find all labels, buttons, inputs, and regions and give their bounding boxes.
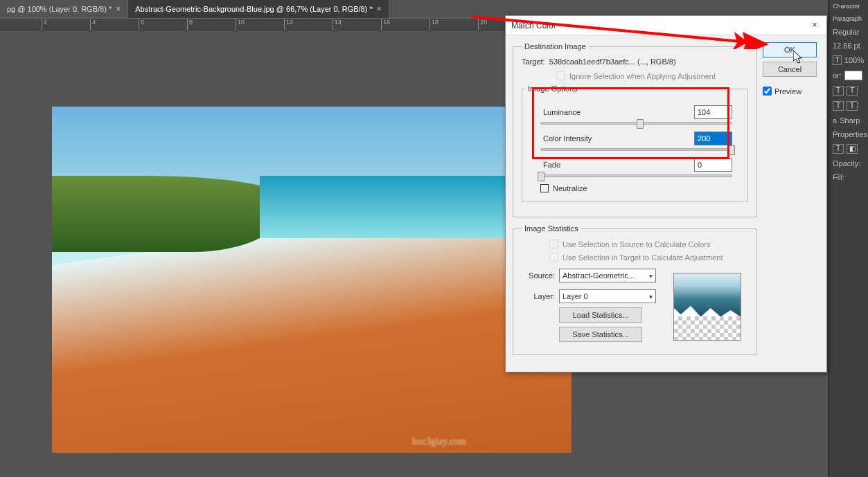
ruler-tick: 8 xyxy=(187,19,193,30)
destination-image-group: Destination Image Target: 538dcaab1eedf7… xyxy=(513,42,757,217)
load-statistics-button[interactable]: Load Statistics... xyxy=(559,307,642,323)
match-color-dialog: Match Color × Destination Image Target: … xyxy=(505,15,827,372)
aa-mode[interactable]: Sharp xyxy=(840,116,860,125)
dialog-titlebar[interactable]: Match Color × xyxy=(506,16,826,35)
faux-bold-icon[interactable]: T xyxy=(833,86,844,96)
layer-label: Layer: xyxy=(522,292,555,300)
scale-pct[interactable]: 100% xyxy=(844,56,864,64)
close-icon[interactable]: × xyxy=(377,4,382,14)
luminance-input[interactable] xyxy=(694,105,732,119)
panel-properties[interactable]: Properties xyxy=(833,130,867,138)
use-source-selection-checkbox xyxy=(549,240,558,249)
preview-label: Preview xyxy=(774,87,801,96)
document-tab-2[interactable]: Abstract-Geometric-Background-Blue.jpg @… xyxy=(128,0,389,18)
font-style[interactable]: Regular xyxy=(833,28,860,36)
ruler-tick: 16 xyxy=(381,19,390,30)
type-icon: T xyxy=(833,55,842,65)
fade-input[interactable] xyxy=(694,158,732,172)
use-target-selection-checkbox xyxy=(549,253,558,262)
color-label: or: xyxy=(833,71,842,80)
ruler-tick: 14 xyxy=(333,19,342,30)
allcaps-icon[interactable]: T xyxy=(833,101,844,111)
text-color-swatch[interactable] xyxy=(844,71,862,80)
statistics-legend: Image Statistics xyxy=(522,224,581,233)
ignore-selection-checkbox xyxy=(556,71,565,80)
color-intensity-label: Color Intensity xyxy=(540,134,694,143)
color-intensity-input[interactable] xyxy=(694,132,732,145)
luminance-label: Luminance xyxy=(540,108,694,116)
neutralize-label: Neutralize xyxy=(553,184,587,192)
faux-italic-icon[interactable]: T xyxy=(847,86,858,96)
neutralize-checkbox[interactable] xyxy=(540,184,549,192)
font-size[interactable]: 12.66 pt xyxy=(833,42,860,50)
source-thumbnail xyxy=(673,273,741,341)
ruler-tick: 6 xyxy=(139,19,144,30)
save-statistics-button[interactable]: Save Statistics... xyxy=(559,327,642,342)
ruler-tick: 18 xyxy=(429,19,439,30)
layer-icon: ◧ xyxy=(847,144,858,154)
opacity-label: Opacity: xyxy=(833,159,860,168)
canvas-image[interactable]: hoc3giay.com xyxy=(52,107,572,453)
ok-button[interactable]: OK xyxy=(763,42,817,57)
tab-paragraph[interactable]: Paragraph xyxy=(833,15,862,22)
ignore-selection-label: Ignore Selection when Applying Adjustmen… xyxy=(569,72,716,80)
source-label: Source: xyxy=(522,271,555,280)
layer-select[interactable]: Layer 0 xyxy=(559,289,656,303)
image-statistics-group: Image Statistics Use Selection in Source… xyxy=(513,224,757,355)
ruler-tick: 4 xyxy=(90,19,96,30)
destination-legend: Destination Image xyxy=(522,42,589,51)
tab-character[interactable]: Character xyxy=(833,3,860,10)
text-icon: T xyxy=(833,144,844,154)
fade-slider[interactable] xyxy=(540,174,732,177)
fill-label: Fill: xyxy=(833,173,844,181)
right-panel-dock: Character Paragraph Regular 12.66 pt T10… xyxy=(828,0,868,477)
close-icon[interactable]: × xyxy=(808,19,821,32)
tab-label: pg @ 100% (Layer 0, RGB/8) * xyxy=(7,5,112,13)
dialog-title-text: Match Color xyxy=(511,21,556,30)
luminance-slider[interactable] xyxy=(540,122,732,125)
color-intensity-slider[interactable] xyxy=(540,148,732,151)
close-icon[interactable]: × xyxy=(116,4,121,14)
target-value: 538dcaab1eedf7b3aefc... (..., RGB/8) xyxy=(549,57,676,66)
use-source-selection-label: Use Selection in Source to Calculate Col… xyxy=(563,240,710,249)
watermark-text: hoc3giay.com xyxy=(412,436,466,447)
image-options-legend: Image Options xyxy=(525,84,581,93)
document-tab-1[interactable]: pg @ 100% (Layer 0, RGB/8) * × xyxy=(0,0,128,18)
preview-checkbox[interactable] xyxy=(763,87,772,96)
cancel-button[interactable]: Cancel xyxy=(763,62,817,77)
smallcaps-icon[interactable]: T xyxy=(847,101,858,111)
ruler-tick: 10 xyxy=(236,19,245,30)
tab-label: Abstract-Geometric-Background-Blue.jpg @… xyxy=(135,5,373,13)
ruler-tick: 20 xyxy=(478,19,487,30)
use-target-selection-label: Use Selection in Target to Calculate Adj… xyxy=(563,253,723,262)
source-select[interactable]: Abstract-Geometric... xyxy=(559,269,656,282)
target-label: Target: xyxy=(522,57,545,66)
fade-label: Fade xyxy=(540,161,694,169)
aa-label: a xyxy=(833,116,837,125)
ruler-tick: 12 xyxy=(284,19,293,30)
ruler-tick: 2 xyxy=(42,19,47,30)
